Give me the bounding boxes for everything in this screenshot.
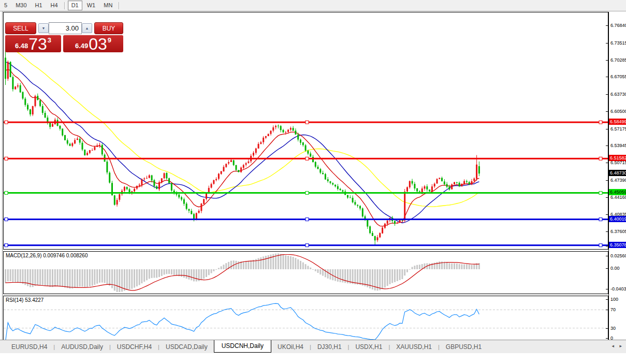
line-price-badge: 6.45059 <box>609 189 626 195</box>
price-tick <box>606 197 608 198</box>
sell-price-base: 6.48 <box>15 42 28 50</box>
price-tick <box>606 246 608 246</box>
line-handle[interactable] <box>5 121 8 124</box>
price-tick <box>606 111 608 112</box>
price-tick <box>606 129 608 129</box>
sell-price-display[interactable]: 6.48 73 3 <box>5 35 61 52</box>
volume-decrease-button[interactable]: ▼ <box>38 23 49 33</box>
price-tick <box>606 163 608 163</box>
line-handle[interactable] <box>599 218 602 221</box>
timeframe-button-m30[interactable]: M30 <box>12 1 30 10</box>
symbol-tab-bar: EURUSD,H4|AUDUSD,Daily|USDCHF,H4|USDCAD,… <box>0 340 626 353</box>
price-tick <box>606 77 608 77</box>
price-tick-label: 6.60500 <box>610 109 626 114</box>
line-handle[interactable] <box>305 121 309 124</box>
line-handle[interactable] <box>5 218 8 221</box>
line-handle[interactable] <box>305 218 309 221</box>
line-price-badge: 6.51582 <box>609 155 626 161</box>
rsi-axis-label: 70 <box>610 307 616 312</box>
tab-scroll-arrows[interactable]: ◂ ▸ <box>612 343 624 348</box>
volume-input[interactable] <box>49 22 82 34</box>
rsi-line <box>6 303 479 341</box>
line-handle[interactable] <box>5 192 8 195</box>
ma-line-mid <box>6 62 479 223</box>
tab-usdcad[interactable]: USDCAD,Daily <box>159 342 214 352</box>
rsi-tick <box>606 338 608 339</box>
line-price-badge: 6.35078 <box>609 242 626 248</box>
price-tick-label: 6.53945 <box>610 143 626 148</box>
price-tick-label: 6.37605 <box>610 229 626 234</box>
price-tick-label: 6.73515 <box>610 40 626 46</box>
mt4-terminal: 5M30H1H4D1W1MN ▲USDCNH,Daily6.50135 6.51… <box>0 0 626 364</box>
tab-eurusd[interactable]: EURUSD,H4 <box>5 342 53 352</box>
line-handle[interactable] <box>5 244 8 247</box>
tab-xauusd[interactable]: XAUUSD,H1 <box>390 342 438 352</box>
timeframe-button-w1[interactable]: W1 <box>83 1 99 10</box>
line-price-badge: 6.58499 <box>609 119 626 125</box>
volume-increase-button[interactable]: ▲ <box>82 23 92 33</box>
price-tick <box>606 60 608 61</box>
rsi-tick <box>606 299 608 300</box>
buy-price-point: 9 <box>108 36 111 44</box>
tab-usdx[interactable]: USDX,H1 <box>349 342 388 352</box>
buy-price-pips: 03 <box>89 37 107 51</box>
tab-usdcnh[interactable]: USDCNH,Daily <box>214 340 271 353</box>
line-handle[interactable] <box>599 244 602 247</box>
tab-usdchf[interactable]: USDCHF,H4 <box>111 342 158 352</box>
price-tick-label: 6.67055 <box>610 74 626 79</box>
line-handle[interactable] <box>5 157 8 160</box>
caret-down-icon: ▼ <box>42 26 46 30</box>
line-handle[interactable] <box>305 192 309 195</box>
timeframe-button-h1[interactable]: H1 <box>32 1 46 10</box>
price-axis[interactable]: 6.768406.735156.702856.670556.637306.605… <box>608 12 626 341</box>
macd-signal-line <box>6 255 479 290</box>
tab-ukoil[interactable]: UKOil,H4 <box>271 342 310 352</box>
tab-audusd[interactable]: AUDUSD,Daily <box>55 342 109 352</box>
ma-line-fast <box>6 69 479 226</box>
sell-button[interactable]: SELL <box>5 22 36 34</box>
ma-line-slow <box>6 44 479 207</box>
caret-up-icon: ▲ <box>85 26 89 30</box>
macd-pane[interactable]: MACD(12,26,9) 0.009746 0.008260 <box>3 251 608 294</box>
timeframe-button-5[interactable]: 5 <box>1 1 11 10</box>
rsi-axis-label: 30 <box>610 326 616 331</box>
tab-dj30[interactable]: DJ30,H1 <box>311 342 348 352</box>
line-handle[interactable] <box>305 157 309 160</box>
macd-axis-label: 0.00 <box>610 266 620 271</box>
macd-chart <box>4 252 608 294</box>
buy-button[interactable]: BUY <box>94 22 123 34</box>
chart-window: ▲USDCNH,Daily6.50135 6.51037 6.48235 6.4… <box>0 11 626 364</box>
price-tick-label: 6.70285 <box>610 57 626 63</box>
buy-price-base: 6.49 <box>75 42 88 50</box>
one-click-trading-panel: SELL ▼ ▲ BUY 6.48 73 3 6.49 03 9 <box>5 21 123 52</box>
rsi-pane[interactable]: RSI(14) 53.4227 <box>3 296 608 341</box>
timeframe-toolbar: 5M30H1H4D1W1MN <box>0 0 626 11</box>
timeframe-button-mn[interactable]: MN <box>100 1 116 10</box>
price-tick-label: 6.63730 <box>610 92 626 97</box>
price-tick <box>606 25 608 26</box>
timeframe-button-d1[interactable]: D1 <box>68 1 82 10</box>
buy-price-display[interactable]: 6.49 03 9 <box>63 35 123 52</box>
line-handle[interactable] <box>599 192 602 195</box>
line-handle[interactable] <box>305 244 309 247</box>
price-tick <box>606 94 608 95</box>
price-tick <box>606 145 608 146</box>
macd-tick <box>606 256 608 256</box>
line-handle[interactable] <box>599 121 602 124</box>
price-tick <box>606 214 608 215</box>
window-left-border <box>2 11 3 351</box>
macd-tick <box>606 289 608 289</box>
tab-gbpusd[interactable]: GBPUSD,H1 <box>440 342 488 352</box>
macd-axis-label: -0.040388 <box>610 286 626 292</box>
price-tick <box>606 180 608 181</box>
macd-axis-label: 0.025609 <box>610 253 626 258</box>
rsi-axis-label: 100 <box>610 297 618 302</box>
rsi-tick <box>606 328 608 329</box>
rsi-chart <box>4 296 608 341</box>
price-tick-label: 6.44160 <box>610 195 626 200</box>
price-tick-label: 6.57175 <box>610 126 626 132</box>
line-handle[interactable] <box>599 157 602 160</box>
rsi-label: RSI(14) 53.4227 <box>6 297 43 303</box>
timeframe-button-h4[interactable]: H4 <box>47 1 62 10</box>
toolbar-separator <box>119 2 120 9</box>
